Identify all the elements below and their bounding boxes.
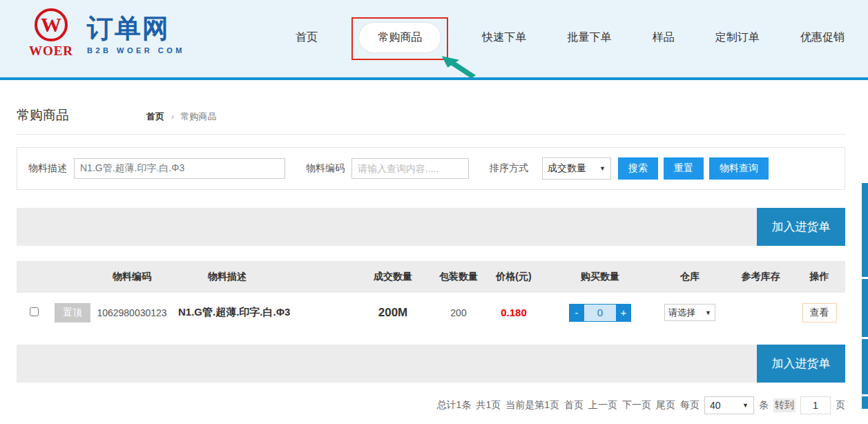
row-deal-qty: 200M — [348, 306, 438, 320]
row-pack-qty: 200 — [438, 307, 479, 318]
th-deal-qty: 成交数量 — [348, 271, 438, 283]
th-warehouse: 仓库 — [652, 271, 728, 283]
title-divider — [17, 134, 845, 135]
logo-brand-text: WOER — [25, 44, 77, 59]
th-price: 价格(元) — [479, 271, 548, 283]
table-row: 置顶 1062980030123 N1.G管.超薄.印字.白.Φ3 200M 2… — [17, 293, 845, 332]
goto-label: 转到 — [773, 398, 795, 412]
nav-item-promotions[interactable]: 优惠促销 — [800, 30, 845, 45]
per-page-unit: 条 — [759, 399, 769, 412]
row-operation-cell: 查看 — [793, 303, 845, 322]
logo[interactable]: W WOER 订单网 B2B WOER COM — [25, 7, 185, 59]
pagination-pages: 共1页 — [476, 399, 501, 412]
site-tagline: B2B WOER COM — [87, 46, 185, 55]
row-warehouse-cell: 请选择 ▼ — [652, 304, 728, 321]
goto-page-unit: 页 — [836, 399, 845, 412]
nav-item-home[interactable]: 首页 — [296, 30, 318, 45]
breadcrumb-separator: › — [171, 111, 174, 122]
warehouse-select[interactable]: 请选择 ▼ — [664, 304, 715, 321]
breadcrumb: 首页 › 常购商品 — [146, 110, 217, 123]
annotation-arrow-icon — [438, 54, 479, 80]
chevron-down-icon: ▼ — [705, 309, 711, 316]
pagination: 总计1条 共1页 当前是第1页 首页 上一页 下一页 尾页 每页 40 ▼ 条 … — [17, 396, 845, 414]
material-code-input[interactable] — [351, 158, 469, 179]
th-code: 物料编码 — [94, 271, 170, 283]
breadcrumb-current: 常购商品 — [181, 111, 217, 122]
logo-initial: W — [41, 15, 61, 35]
logo-text: 订单网 B2B WOER COM — [87, 7, 185, 59]
main-content: 常购商品 首页 › 常购商品 物料描述 物料编码 排序方式 成交数量 ▼ — [0, 83, 868, 424]
material-desc-input[interactable] — [74, 158, 285, 179]
quantity-stepper: - + — [569, 304, 631, 322]
breadcrumb-home[interactable]: 首页 — [146, 111, 164, 122]
reset-button[interactable]: 重置 — [664, 157, 704, 180]
logo-badge: W WOER — [25, 7, 77, 59]
row-pin-cell: 置顶 — [51, 303, 94, 322]
nav-item-samples[interactable]: 样品 — [653, 30, 675, 45]
side-toolbar-segment[interactable] — [862, 396, 868, 409]
warehouse-select-value: 请选择 — [668, 307, 695, 319]
search-button[interactable]: 搜索 — [618, 157, 658, 180]
add-to-cart-button-bottom[interactable]: 加入进货单 — [757, 345, 845, 383]
action-bar-bottom: 加入进货单 — [17, 345, 845, 383]
nav-item-batch-order[interactable]: 批量下单 — [567, 30, 611, 45]
page-title: 常购商品 — [17, 106, 69, 124]
sort-mode-label: 排序方式 — [490, 162, 528, 175]
row-buy-qty-cell: - + — [548, 304, 652, 322]
view-button[interactable]: 查看 — [802, 303, 837, 322]
th-ref-stock: 参考库存 — [728, 271, 793, 283]
material-query-button[interactable]: 物料查询 — [709, 157, 769, 180]
title-row: 常购商品 首页 › 常购商品 — [17, 83, 845, 124]
pagination-prev[interactable]: 上一页 — [588, 399, 617, 412]
side-toolbar-segment[interactable] — [862, 339, 868, 394]
chevron-down-icon: ▼ — [599, 165, 606, 172]
sort-select[interactable]: 成交数量 ▼ — [542, 157, 611, 180]
th-buy-qty: 购买数量 — [548, 271, 652, 283]
pagination-next[interactable]: 下一页 — [622, 399, 651, 412]
woer-logo-icon: W — [35, 8, 68, 41]
side-toolbar-segment[interactable] — [862, 279, 868, 337]
th-operation: 操作 — [793, 271, 845, 283]
goto-page-input[interactable] — [800, 396, 831, 414]
site-name: 订单网 — [87, 15, 185, 43]
add-to-cart-button-top[interactable]: 加入进货单 — [757, 208, 845, 246]
nav-item-frequent-goods[interactable]: 常购商品 — [358, 22, 441, 53]
chevron-down-icon: ▼ — [742, 402, 749, 409]
pagination-first[interactable]: 首页 — [564, 399, 584, 412]
table-header: 物料编码 物料描述 成交数量 包装数量 价格(元) 购买数量 仓库 参考库存 操… — [17, 261, 845, 293]
site-header: W WOER 订单网 B2B WOER COM 首页 常购商品 快速下单 批量下… — [0, 0, 868, 80]
pagination-total: 总计1条 — [437, 399, 472, 412]
nav-item-frequent-wrap: 常购商品 — [358, 22, 441, 53]
material-code-label: 物料编码 — [306, 162, 345, 175]
quantity-plus-button[interactable]: + — [616, 304, 631, 322]
page: W WOER 订单网 B2B WOER COM 首页 常购商品 快速下单 批量下… — [0, 0, 868, 424]
th-desc: 物料描述 — [170, 271, 348, 283]
row-description: N1.G管.超薄.印字.白.Φ3 — [170, 306, 348, 319]
pagination-current: 当前是第1页 — [505, 399, 559, 412]
per-page-select[interactable]: 40 ▼ — [704, 396, 754, 414]
per-page-value: 40 — [710, 400, 721, 411]
row-checkbox-cell — [17, 307, 51, 318]
search-panel: 物料描述 物料编码 排序方式 成交数量 ▼ 搜索 重置 物料查询 — [17, 147, 845, 190]
th-pack-qty: 包装数量 — [438, 271, 479, 283]
sort-select-value: 成交数量 — [548, 162, 586, 175]
nav-item-custom-order[interactable]: 定制订单 — [715, 30, 760, 45]
main-nav: 首页 常购商品 快速下单 批量下单 样品 定制订单 优惠促销 — [296, 0, 845, 75]
row-checkbox[interactable] — [30, 307, 39, 316]
pagination-last[interactable]: 尾页 — [656, 399, 675, 412]
nav-item-quick-order[interactable]: 快速下单 — [482, 30, 526, 45]
row-price: 0.180 — [479, 307, 548, 318]
per-page-label: 每页 — [680, 399, 700, 412]
quantity-input[interactable] — [584, 304, 616, 322]
action-bar-top: 加入进货单 — [17, 208, 845, 246]
floating-side-toolbar[interactable] — [862, 183, 868, 411]
row-code: 1062980030123 — [94, 307, 170, 318]
side-toolbar-segment[interactable] — [862, 183, 868, 277]
quantity-minus-button[interactable]: - — [569, 304, 584, 322]
material-desc-label: 物料描述 — [28, 162, 67, 175]
pin-top-button[interactable]: 置顶 — [55, 303, 90, 322]
